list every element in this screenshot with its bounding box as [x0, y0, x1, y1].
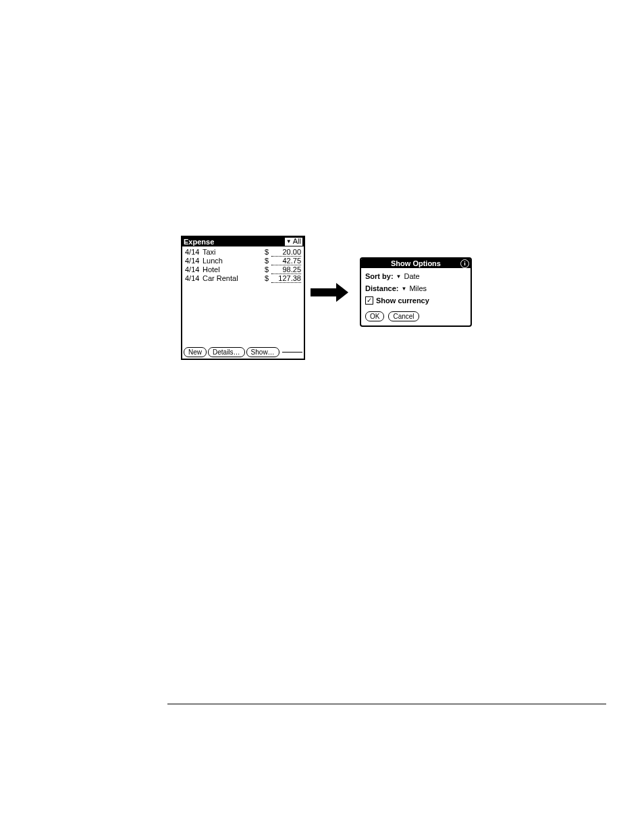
expense-amount[interactable]: 98.25 — [271, 265, 301, 274]
expense-list: 4/14 Taxi $ 20.00 4/14 Lunch $ 42.75 4/1… — [185, 248, 301, 283]
info-icon[interactable]: i — [460, 259, 469, 268]
chevron-down-icon: ▼ — [402, 286, 407, 292]
expense-row[interactable]: 4/14 Lunch $ 42.75 — [185, 257, 301, 265]
distance-row: Distance: ▼ Miles — [365, 284, 466, 292]
expense-date: 4/14 — [185, 265, 203, 274]
dialog-title: Show Options — [391, 259, 441, 267]
expense-row[interactable]: 4/14 Taxi $ 20.00 — [185, 248, 301, 257]
show-button[interactable]: Show… — [246, 347, 279, 357]
arrow-icon — [311, 285, 351, 300]
expense-window: Expense ▼ All 4/14 Taxi $ 20.00 4/14 Lun… — [181, 236, 305, 360]
expense-amount[interactable]: 127.38 — [271, 274, 301, 283]
expense-desc: Car Rental — [203, 274, 262, 283]
sort-by-row: Sort by: ▼ Date — [365, 272, 466, 280]
expense-row[interactable]: 4/14 Car Rental $ 127.38 — [185, 274, 301, 283]
new-button[interactable]: New — [184, 347, 207, 357]
expense-currency: $ — [262, 274, 269, 283]
expense-amount[interactable]: 42.75 — [271, 257, 301, 265]
expense-button-bar: New Details… Show… — [184, 347, 302, 357]
expense-desc: Lunch — [203, 257, 262, 265]
dialog-body: Sort by: ▼ Date Distance: ▼ Miles ✓ Show… — [361, 268, 471, 311]
cancel-button[interactable]: Cancel — [388, 311, 419, 321]
details-button[interactable]: Details… — [208, 347, 245, 357]
show-currency-checkbox[interactable]: ✓ — [365, 296, 373, 305]
ok-button[interactable]: OK — [365, 311, 384, 321]
distance-value[interactable]: Miles — [409, 284, 427, 292]
sort-by-label: Sort by: — [365, 272, 394, 280]
expense-date: 4/14 — [185, 257, 203, 265]
expense-title: Expense — [184, 238, 214, 246]
expense-amount[interactable]: 20.00 — [271, 248, 301, 257]
category-filter[interactable]: ▼ All — [285, 238, 302, 246]
dialog-titlebar: Show Options i — [361, 259, 471, 268]
sort-by-value[interactable]: Date — [404, 272, 419, 280]
distance-label: Distance: — [365, 284, 399, 292]
expense-titlebar: Expense ▼ All — [182, 237, 304, 246]
show-currency-row: ✓ Show currency — [365, 296, 466, 305]
dialog-button-bar: OK Cancel — [361, 311, 471, 325]
expense-currency: $ — [262, 248, 269, 257]
expense-desc: Taxi — [203, 248, 262, 257]
category-filter-label: All — [293, 237, 301, 246]
show-currency-label: Show currency — [376, 296, 429, 305]
expense-desc: Hotel — [203, 265, 262, 274]
footer-rule — [167, 704, 606, 704]
show-options-dialog: Show Options i Sort by: ▼ Date Distance:… — [360, 257, 472, 327]
chevron-down-icon: ▼ — [286, 237, 292, 246]
chevron-down-icon: ▼ — [396, 273, 402, 280]
expense-currency: $ — [262, 257, 269, 265]
button-bar-rule — [282, 352, 302, 353]
page: Expense ▼ All 4/14 Taxi $ 20.00 4/14 Lun… — [0, 0, 644, 834]
expense-date: 4/14 — [185, 274, 203, 283]
expense-row[interactable]: 4/14 Hotel $ 98.25 — [185, 265, 301, 274]
expense-currency: $ — [262, 265, 269, 274]
expense-date: 4/14 — [185, 248, 203, 257]
